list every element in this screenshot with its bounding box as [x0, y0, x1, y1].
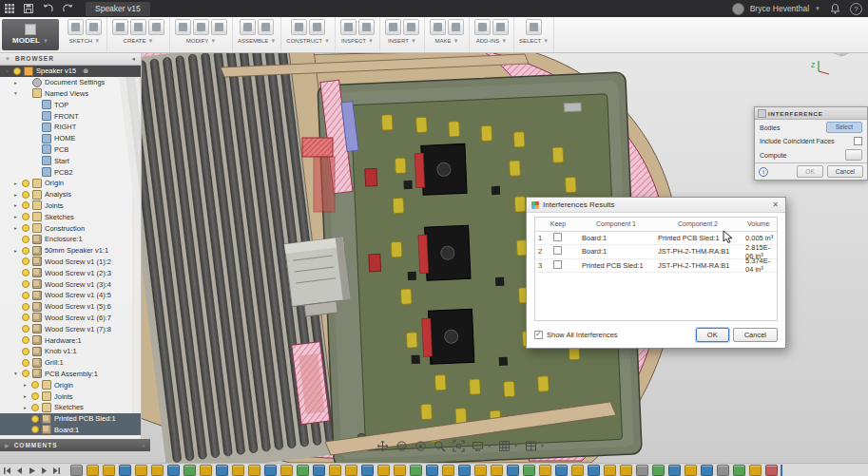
tree-item[interactable]: ▾ Speaker v15 [0, 66, 141, 77]
redo-icon[interactable] [62, 3, 74, 14]
tree-item[interactable]: Enclosure:1 [0, 234, 141, 245]
timeline-feature-icon[interactable] [410, 465, 422, 476]
visibility-bulb-icon[interactable] [22, 236, 29, 243]
skip-to-start-icon[interactable] [3, 466, 11, 475]
tree-expand-arrow[interactable]: ▸ [12, 80, 19, 86]
visibility-bulb-icon[interactable] [22, 292, 29, 299]
toolbar-group[interactable]: ASSEMBLE▼ [233, 17, 281, 52]
play-icon[interactable] [28, 466, 36, 475]
tree-item[interactable]: ▸ Origin [0, 379, 141, 390]
tree-item[interactable]: ▾ Named Views [0, 88, 141, 100]
tree-item[interactable]: Wood Screw v1 (3):4 [0, 278, 141, 290]
timeline-feature-icon[interactable] [87, 465, 99, 476]
toolbar-group[interactable]: INSERT▼ [380, 17, 425, 52]
tree-expand-arrow[interactable]: ▸ [12, 192, 19, 198]
toolbar-group[interactable]: ADD-INS▼ [470, 17, 514, 52]
chevron-down-icon[interactable]: ▼ [453, 38, 458, 44]
tool-icon[interactable] [175, 19, 191, 35]
close-icon[interactable]: ✕ [770, 200, 781, 209]
visibility-bulb-icon[interactable] [31, 404, 39, 411]
grid-settings-icon[interactable] [498, 440, 511, 452]
tree-item[interactable]: PCB2 [0, 166, 141, 178]
display-settings-icon[interactable] [472, 440, 484, 452]
result-row[interactable]: 2 Board:1 JST-PH-2-THM-RA:B1 2.815E-06 i… [535, 245, 777, 259]
visibility-bulb-icon[interactable] [22, 180, 29, 187]
show-all-interferences-checkbox[interactable] [534, 331, 543, 339]
timeline-feature-icon[interactable] [103, 465, 115, 476]
info-icon[interactable]: i [759, 167, 768, 177]
panel-ok-button[interactable]: OK [797, 165, 822, 178]
tree-item[interactable]: PCB [0, 144, 141, 156]
timeline-feature-icon[interactable] [377, 465, 390, 476]
timeline-feature-icon[interactable] [329, 465, 341, 476]
tool-icon[interactable] [258, 19, 274, 35]
visibility-bulb-icon[interactable] [22, 314, 29, 321]
timeline-position-marker[interactable] [781, 465, 782, 476]
timeline-feature-icon[interactable] [151, 465, 164, 476]
tree-item[interactable]: Wood Screw v1 (6):7 [0, 313, 141, 324]
skip-to-end-icon[interactable] [52, 466, 61, 475]
timeline-feature-icon[interactable] [733, 465, 745, 476]
tree-item[interactable]: Wood Screw v1 (1):2 [0, 257, 141, 268]
visibility-bulb-icon[interactable] [31, 426, 39, 433]
look-at-icon[interactable] [415, 440, 427, 452]
tool-icon[interactable] [309, 19, 325, 35]
tree-item[interactable]: Wood Screw v1 (5):6 [0, 301, 141, 313]
timeline-feature-icon[interactable] [216, 465, 228, 476]
tool-icon[interactable] [193, 19, 209, 35]
tree-expand-arrow[interactable]: ▸ [22, 405, 29, 410]
timeline-feature-icon[interactable] [183, 465, 196, 476]
timeline-feature-icon[interactable] [458, 465, 471, 476]
timeline-feature-icon[interactable] [70, 465, 83, 476]
interference-panel-header[interactable]: INTERFERENCE [755, 107, 867, 120]
timeline-feature-icon[interactable] [264, 465, 277, 476]
tree-expand-arrow[interactable]: ▸ [12, 248, 19, 254]
tool-icon[interactable] [448, 19, 464, 35]
keep-checkbox[interactable] [553, 260, 562, 269]
tree-expand-arrow[interactable]: ▾ [4, 68, 10, 74]
tool-icon[interactable] [526, 19, 542, 35]
timeline-feature-icon[interactable] [507, 465, 519, 476]
app-menu-icon[interactable] [4, 3, 15, 14]
timeline-feature-icon[interactable] [555, 465, 568, 476]
keep-checkbox[interactable] [553, 233, 562, 241]
timeline-feature-icon[interactable] [491, 465, 503, 476]
tree-expand-arrow[interactable]: ▸ [12, 225, 19, 231]
browser-header[interactable]: ▼ BROWSER ◂ [0, 52, 141, 66]
tree-item[interactable]: ▸ Origin [0, 178, 141, 189]
timeline-feature-icon[interactable] [442, 465, 454, 476]
tree-expand-arrow[interactable]: ▸ [22, 393, 29, 399]
toolbar-group[interactable]: SKETCH▼ [63, 17, 107, 52]
select-bodies-button[interactable]: Select [826, 122, 862, 133]
column-keep[interactable]: Keep [538, 220, 578, 227]
timeline-feature-icon[interactable] [313, 465, 325, 476]
step-back-icon[interactable] [15, 466, 24, 475]
tool-icon[interactable] [291, 19, 307, 35]
tree-item[interactable]: ▸ Construction [0, 222, 141, 234]
timeline-feature-icon[interactable] [135, 465, 147, 476]
compute-button[interactable] [845, 149, 862, 161]
timeline-feature-icon[interactable] [345, 465, 357, 476]
visibility-bulb-icon[interactable] [22, 325, 29, 333]
user-name[interactable]: Bryce Heventhal [750, 4, 809, 13]
tree-item[interactable]: ▸ Joints [0, 200, 141, 212]
tool-icon[interactable] [474, 19, 491, 35]
chevron-down-icon[interactable]: ▼ [5, 56, 11, 62]
step-forward-icon[interactable] [40, 466, 48, 475]
results-table-header[interactable]: Keep Component 1 Component 2 Volume [535, 218, 777, 232]
visibility-bulb-icon[interactable] [22, 370, 29, 377]
timeline-feature-icon[interactable] [200, 465, 212, 476]
tool-icon[interactable] [430, 19, 446, 35]
tree-item[interactable]: Start [0, 155, 141, 166]
visibility-bulb-icon[interactable] [22, 359, 29, 367]
toolbar-group[interactable]: CREATE▼ [107, 17, 170, 52]
tool-icon[interactable] [68, 19, 84, 35]
toolbar-group[interactable]: MODIFY▼ [170, 17, 233, 52]
column-component2[interactable]: Component 2 [654, 220, 742, 227]
tree-item[interactable]: ▸ Sketches [0, 402, 141, 413]
chevron-down-icon[interactable]: ▼ [411, 38, 416, 44]
dialog-titlebar[interactable]: Interferences Results ✕ [527, 198, 785, 213]
visibility-bulb-icon[interactable] [22, 257, 29, 265]
visibility-bulb-icon[interactable] [31, 392, 39, 400]
visibility-bulb-icon[interactable] [22, 348, 29, 355]
